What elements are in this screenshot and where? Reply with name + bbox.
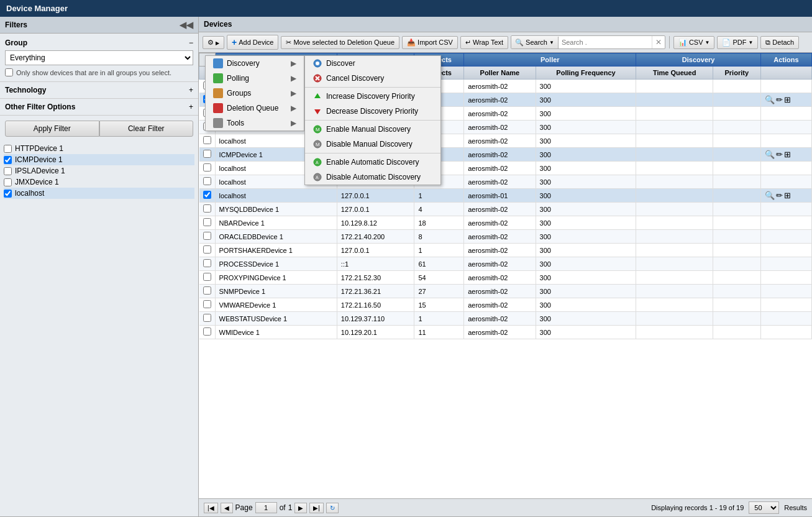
csv-export-button[interactable]: 📊 CSV ▼ <box>673 36 715 49</box>
menu-item-discovery[interactable]: Discovery ▶ <box>206 56 304 71</box>
refresh-btn[interactable]: ↻ <box>326 503 339 513</box>
row-objects: 15 <box>414 298 464 312</box>
submenu-discover[interactable]: Discover <box>305 56 440 71</box>
apply-filter-button[interactable]: Apply Filter <box>5 121 99 137</box>
device-name-http: HTTPDevice 1 <box>15 144 63 153</box>
next-page-btn[interactable]: ▶ <box>294 503 307 513</box>
search-dropdown-btn[interactable]: 🔍 Search ▼ <box>511 37 559 48</box>
device-checkbox-icmp[interactable] <box>4 156 12 164</box>
settings-button[interactable] <box>203 36 224 49</box>
svg-text:M: M <box>316 127 320 132</box>
row-polling-frequency: 300 <box>536 257 636 271</box>
clear-filter-button[interactable]: Clear Filter <box>99 121 194 137</box>
add-device-button[interactable]: + Add Device <box>227 35 278 50</box>
menu-item-tools[interactable]: Tools ▶ <box>206 116 304 130</box>
subheader-priority[interactable]: Priority <box>713 66 760 80</box>
group-select[interactable]: Everything <box>5 50 193 65</box>
row-device-name: localhost <box>215 189 337 203</box>
submenu-cancel-discovery[interactable]: Cancel Discovery <box>305 71 440 86</box>
deletion-icon <box>213 103 223 113</box>
action-search-icon[interactable]: 🔍 <box>765 191 775 200</box>
row-checkbox[interactable] <box>203 150 211 158</box>
last-page-btn[interactable]: ▶| <box>309 503 324 513</box>
only-show-checkbox-input[interactable] <box>5 68 13 76</box>
action-edit-icon[interactable]: ✏ <box>776 191 783 200</box>
subheader-actions <box>760 66 811 80</box>
search-clear-btn[interactable]: ✕ <box>652 36 665 48</box>
subheader-time-queued[interactable]: Time Queued <box>636 66 713 80</box>
row-checkbox-cell <box>199 271 216 285</box>
row-checkbox[interactable] <box>203 218 211 226</box>
row-checkbox[interactable] <box>203 232 211 240</box>
wrap-icon: ↵ <box>465 39 471 47</box>
row-priority <box>713 93 760 107</box>
row-actions <box>760 203 811 216</box>
row-objects: 18 <box>414 216 464 230</box>
device-checkbox-http[interactable] <box>4 145 12 153</box>
device-checkbox-localhost[interactable] <box>4 190 12 198</box>
table-row: PORTSHAKERDevice 1 127.0.0.1 1 aerosmith… <box>199 244 812 257</box>
row-poller-name: aerosmith-02 <box>464 93 536 107</box>
subheader-polling-freq[interactable]: Polling Frequency <box>536 66 636 80</box>
submenu-disable-manual[interactable]: M Disable Manual Discovery <box>305 137 440 152</box>
table-row: localhost 127.0.0.1 1 aerosmith-01 300 🔍… <box>199 189 812 203</box>
row-checkbox[interactable] <box>203 327 211 336</box>
subheader-poller-name[interactable]: Poller Name <box>464 66 536 80</box>
submenu-enable-automatic[interactable]: A Enable Automatic Discovery <box>305 155 440 170</box>
page-input[interactable] <box>255 502 277 513</box>
filters-collapse-btn[interactable]: ◀◀ <box>180 20 193 30</box>
menu-item-deletion-queue[interactable]: Deletion Queue ▶ <box>206 101 304 116</box>
row-priority <box>713 189 760 203</box>
prev-page-btn[interactable]: ◀ <box>221 503 233 513</box>
row-actions <box>760 121 811 134</box>
row-checkbox[interactable] <box>203 314 211 322</box>
action-grid-icon[interactable]: ⊞ <box>784 150 791 159</box>
row-checkbox[interactable] <box>203 286 211 295</box>
csv-label: CSV <box>689 39 703 46</box>
row-checkbox[interactable] <box>203 300 211 308</box>
row-checkbox[interactable] <box>203 191 211 199</box>
row-checkbox-cell <box>199 216 216 230</box>
submenu-increase-priority[interactable]: Increase Discovery Priority <box>305 89 440 104</box>
row-checkbox[interactable] <box>203 136 211 144</box>
detach-button[interactable]: ⧉ Detach <box>760 36 799 49</box>
row-time-queued <box>636 162 713 175</box>
device-checkbox-ipsla[interactable] <box>4 167 12 175</box>
row-objects: 61 <box>414 257 464 271</box>
device-name-localhost: localhost <box>15 189 44 198</box>
row-checkbox[interactable] <box>203 259 211 267</box>
move-selected-button[interactable]: ✂ Move selected to Deletion Queue <box>281 36 399 49</box>
first-page-btn[interactable]: |◀ <box>204 503 218 513</box>
other-filter-section[interactable]: Other Filter Options + <box>0 99 198 116</box>
row-checkbox[interactable] <box>203 163 211 172</box>
action-edit-icon[interactable]: ✏ <box>776 150 783 159</box>
action-grid-icon[interactable]: ⊞ <box>784 191 791 200</box>
row-checkbox[interactable] <box>203 204 211 213</box>
row-time-queued <box>636 203 713 216</box>
row-checkbox[interactable] <box>203 177 211 185</box>
submenu-decrease-priority[interactable]: Decrease Discovery Priority <box>305 104 440 119</box>
submenu-enable-manual[interactable]: M Enable Manual Discovery <box>305 122 440 137</box>
device-checkbox-jmx[interactable] <box>4 178 12 186</box>
total-pages: 1 <box>288 503 293 512</box>
menu-item-groups[interactable]: Groups ▶ <box>206 86 304 101</box>
technology-section[interactable]: Technology + <box>0 82 198 99</box>
menu-item-polling[interactable]: Polling ▶ <box>206 71 304 86</box>
action-grid-icon[interactable]: ⊞ <box>784 95 791 104</box>
row-priority <box>713 271 760 285</box>
results-per-page-select[interactable]: 50 25 100 <box>749 501 779 514</box>
search-input[interactable] <box>559 37 652 48</box>
group-minus-btn[interactable]: − <box>189 39 193 47</box>
row-checkbox[interactable] <box>203 273 211 281</box>
action-edit-icon[interactable]: ✏ <box>776 95 783 104</box>
action-search-icon[interactable]: 🔍 <box>765 150 775 159</box>
import-csv-button[interactable]: 📥 Import CSV <box>402 36 458 49</box>
wrap-text-button[interactable]: ↵ Wrap Text <box>460 36 508 49</box>
submenu-disable-automatic[interactable]: A Disable Automatic Discovery <box>305 170 440 185</box>
action-search-icon[interactable]: 🔍 <box>765 95 775 104</box>
row-checkbox-cell <box>199 134 216 148</box>
pdf-export-button[interactable]: 📄 PDF ▼ <box>717 36 758 49</box>
row-checkbox[interactable] <box>203 245 211 254</box>
table-row: MYSQLDBDevice 1 127.0.0.1 4 aerosmith-02… <box>199 203 812 216</box>
row-device-name: PROXYPINGDevice 1 <box>215 271 337 285</box>
